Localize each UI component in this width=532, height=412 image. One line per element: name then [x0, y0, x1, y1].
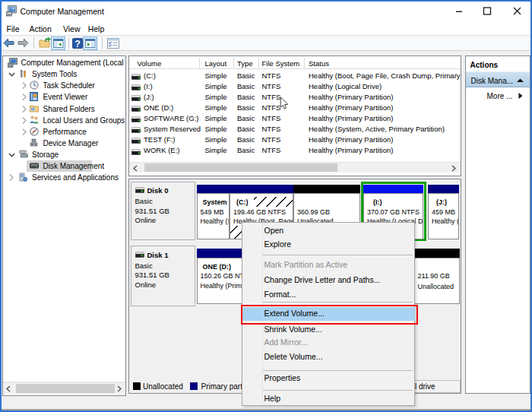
svg-text:22: 22	[30, 106, 35, 111]
svg-text:?: ?	[74, 38, 81, 49]
